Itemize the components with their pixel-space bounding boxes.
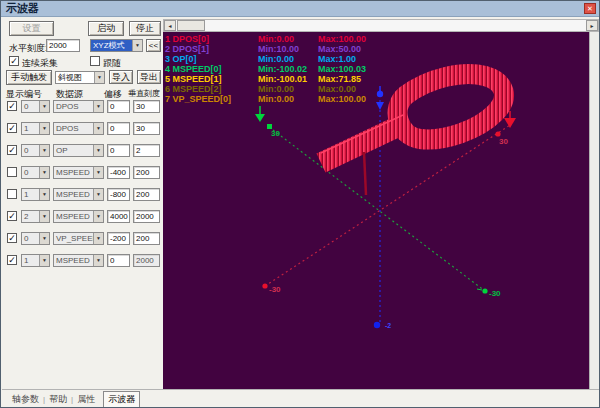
channel-row: ✓ 0▼ DPOS▼ 0 30 <box>2 100 163 114</box>
scale-input[interactable]: 30 <box>133 100 160 113</box>
scale-input[interactable]: 200 <box>133 232 160 245</box>
offset-input[interactable]: 0 <box>107 144 130 157</box>
view-select[interactable]: 斜视图 ▼ <box>55 71 105 84</box>
show-checkbox[interactable]: ✓ <box>7 101 17 111</box>
source-select[interactable]: MSPEED▼ <box>53 188 104 201</box>
oscilloscope-window: 示波器 ✕ 设置 启动 停止 水平刻度: 2000 XYZ模式 ▼ << ✓ 连… <box>0 0 600 408</box>
index-select[interactable]: 0▼ <box>21 232 50 245</box>
stop-button[interactable]: 停止 <box>129 21 161 36</box>
window-body: 设置 启动 停止 水平刻度: 2000 XYZ模式 ▼ << ✓ 连续采集 跟随… <box>2 18 599 408</box>
chevron-down-icon[interactable]: ▼ <box>93 255 103 266</box>
export-button[interactable]: 导出 <box>137 70 161 84</box>
chevron-down-icon[interactable]: ▼ <box>39 211 49 222</box>
chevron-down-icon[interactable]: ▼ <box>93 189 103 200</box>
chevron-down-icon[interactable]: ▼ <box>39 145 49 156</box>
chevron-down-icon[interactable]: ▼ <box>93 167 103 178</box>
show-checkbox[interactable]: ✓ <box>7 123 17 133</box>
show-checkbox[interactable]: ✓ <box>7 255 17 265</box>
tab-help[interactable]: 帮助 <box>45 392 71 407</box>
offset-input[interactable]: -200 <box>107 232 130 245</box>
chevron-down-icon[interactable]: ▼ <box>39 123 49 134</box>
legend-entry: 6 MSPEED[2]Min:0.00Max:0.00 <box>165 84 366 94</box>
tab-axis-params[interactable]: 轴参数 <box>8 392 43 407</box>
follow-label: 跟随 <box>103 57 121 70</box>
tab-oscilloscope[interactable]: 示波器 <box>103 391 140 408</box>
offset-input[interactable]: 4000 <box>107 210 130 223</box>
scrollbar-thumb[interactable] <box>177 20 205 31</box>
start-button[interactable]: 启动 <box>88 21 124 36</box>
chevron-down-icon[interactable]: ▼ <box>93 211 103 222</box>
mode-select[interactable]: XYZ模式 ▼ <box>90 39 143 52</box>
scale-input[interactable]: 200 <box>133 188 160 201</box>
chevron-down-icon[interactable]: ▼ <box>39 189 49 200</box>
legend-entry: 2 DPOS[1]Min:10.00Max:50.00 <box>165 44 366 54</box>
offset-input[interactable]: 0 <box>107 100 130 113</box>
index-select[interactable]: 0▼ <box>21 166 50 179</box>
trace-legend: 1 DPOS[0]Min:0.00Max:100.00 2 DPOS[1]Min… <box>165 34 366 104</box>
chevron-down-icon[interactable]: ▼ <box>94 72 104 83</box>
offset-input[interactable]: -800 <box>107 188 130 201</box>
index-select[interactable]: 1▼ <box>21 188 50 201</box>
scale-input[interactable]: 2000 <box>133 210 160 223</box>
show-checkbox[interactable]: ✓ <box>7 233 17 243</box>
source-select[interactable]: OP▼ <box>53 144 104 157</box>
horizontal-scale-input[interactable]: 2000 <box>46 39 80 52</box>
close-icon[interactable]: ✕ <box>584 3 596 14</box>
scroll-left-icon[interactable]: ◄ <box>164 20 176 31</box>
channel-row: ✓ 2▼ MSPEED▼ 4000 2000 <box>2 210 163 224</box>
chevron-down-icon[interactable]: ▼ <box>93 123 103 134</box>
y-axis-max-marker: 30 <box>255 106 280 138</box>
source-select[interactable]: DPOS▼ <box>53 122 104 135</box>
scale-input[interactable]: 30 <box>133 122 160 135</box>
scrollbar-track[interactable] <box>205 20 586 31</box>
chevron-down-icon[interactable]: ▼ <box>93 101 103 112</box>
scope-plot-area[interactable]: 30 -30 30 -30 <box>163 32 589 389</box>
source-select[interactable]: DPOS▼ <box>53 100 104 113</box>
collapse-button[interactable]: << <box>146 39 161 52</box>
manual-trigger-button[interactable]: 手动触发 <box>6 70 52 85</box>
scale-input[interactable]: 2 <box>133 144 160 157</box>
index-select[interactable]: 1▼ <box>21 122 50 135</box>
import-button[interactable]: 导入 <box>109 70 133 84</box>
tab-properties[interactable]: 属性 <box>73 392 99 407</box>
vertical-scrollbar[interactable] <box>589 32 599 389</box>
continuous-capture-checkbox[interactable]: ✓ <box>9 56 19 66</box>
index-select[interactable]: 1▼ <box>21 254 50 267</box>
chevron-down-icon[interactable]: ▼ <box>39 255 49 266</box>
horizontal-scrollbar[interactable]: ◄ ► <box>163 19 599 32</box>
source-select[interactable]: MSPEED▼ <box>53 210 104 223</box>
svg-text:-2: -2 <box>385 322 391 329</box>
show-checkbox[interactable] <box>7 167 17 177</box>
chevron-down-icon[interactable]: ▼ <box>93 145 103 156</box>
index-select[interactable]: 0▼ <box>21 100 50 113</box>
source-select[interactable]: VP_SPEED▼ <box>53 232 104 245</box>
window-title: 示波器 <box>1 1 39 16</box>
follow-checkbox[interactable] <box>90 56 100 66</box>
source-select[interactable]: MSPEED▼ <box>53 254 104 267</box>
index-select[interactable]: 2▼ <box>21 210 50 223</box>
scale-input[interactable]: 2000 <box>133 254 160 267</box>
x-axis-dashed-line <box>265 125 510 286</box>
source-select[interactable]: MSPEED▼ <box>53 166 104 179</box>
show-checkbox[interactable]: ✓ <box>7 145 17 155</box>
titlebar: 示波器 ✕ <box>1 1 599 17</box>
offset-input[interactable]: 0 <box>107 122 130 135</box>
chevron-down-icon[interactable]: ▼ <box>93 233 103 244</box>
index-select[interactable]: 0▼ <box>21 144 50 157</box>
channel-row: ✓ 0▼ OP▼ 0 2 <box>2 144 163 158</box>
chevron-down-icon[interactable]: ▼ <box>39 233 49 244</box>
channel-row: ✓ 1▼ DPOS▼ 0 30 <box>2 122 163 136</box>
dock-tab-bar: 轴参数 | 帮助 | 属性 示波器 <box>2 389 599 408</box>
show-checkbox[interactable] <box>7 189 17 199</box>
chevron-down-icon[interactable]: ▼ <box>39 101 49 112</box>
z-axis-min-marker: -2 <box>374 322 392 329</box>
chevron-down-icon[interactable]: ▼ <box>132 40 142 51</box>
offset-input[interactable]: 0 <box>107 254 130 267</box>
scale-input[interactable]: 200 <box>133 166 160 179</box>
y-axis-min-marker: -30 <box>477 288 501 298</box>
scroll-right-icon[interactable]: ► <box>586 20 598 31</box>
chevron-down-icon[interactable]: ▼ <box>39 167 49 178</box>
show-checkbox[interactable]: ✓ <box>7 211 17 221</box>
offset-input[interactable]: -400 <box>107 166 130 179</box>
settings-button[interactable]: 设置 <box>9 21 54 36</box>
